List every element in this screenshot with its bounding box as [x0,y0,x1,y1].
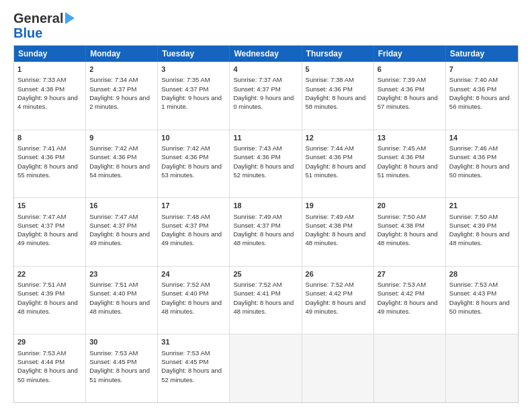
sunset-8: Sunset: 4:36 PM [17,153,64,161]
daylight-label-18: Daylight: 8 hours and 48 minutes. [233,230,294,246]
sunrise-23: Sunrise: 7:51 AM [89,281,138,288]
sunrise-17: Sunrise: 7:48 AM [161,213,210,220]
calendar-row-4: 29Sunrise: 7:53 AMSunset: 4:44 PMDayligh… [14,334,518,402]
sunrise-10: Sunrise: 7:42 AM [161,144,210,152]
day-number-19: 19 [306,201,370,211]
logo: General Blue [13,11,75,40]
page: General Blue SundayMondayTuesdayWednesda… [0,0,532,411]
sunset-19: Sunset: 4:38 PM [306,222,353,229]
sunset-29: Sunset: 4:44 PM [17,358,64,365]
daylight-label-29: Daylight: 8 hours and 50 minutes. [17,367,78,383]
header: General Blue [13,11,519,40]
sunset-17: Sunset: 4:37 PM [161,222,208,229]
day-cell-24: 24Sunrise: 7:52 AMSunset: 4:40 PMDayligh… [158,267,230,334]
daylight-label-2: Daylight: 9 hours and 2 minutes. [89,94,150,110]
sunrise-22: Sunrise: 7:51 AM [17,281,66,288]
sunrise-27: Sunrise: 7:53 AM [378,281,426,288]
header-day-thursday: Thursday [302,46,374,62]
sunset-6: Sunset: 4:36 PM [378,85,425,93]
header-day-tuesday: Tuesday [158,46,230,62]
empty-cell-4-3 [230,334,302,402]
day-cell-31: 31Sunrise: 7:53 AMSunset: 4:45 PMDayligh… [158,334,230,402]
sunrise-16: Sunrise: 7:47 AM [89,213,138,220]
day-number-1: 1 [17,64,82,75]
day-number-23: 23 [89,269,154,279]
day-cell-5: 5Sunrise: 7:38 AMSunset: 4:36 PMDaylight… [302,62,374,130]
sunrise-20: Sunrise: 7:50 AM [378,213,426,220]
header-day-wednesday: Wednesday [230,46,302,62]
day-cell-15: 15Sunrise: 7:47 AMSunset: 4:37 PMDayligh… [14,198,86,266]
day-cell-4: 4Sunrise: 7:37 AMSunset: 4:37 PMDaylight… [230,62,302,130]
day-cell-14: 14Sunrise: 7:46 AMSunset: 4:36 PMDayligh… [446,130,518,198]
sunset-12: Sunset: 4:36 PM [306,153,353,161]
daylight-label-4: Daylight: 9 hours and 0 minutes. [233,94,294,110]
daylight-label-5: Daylight: 8 hours and 58 minutes. [306,94,366,110]
day-cell-16: 16Sunrise: 7:47 AMSunset: 4:37 PMDayligh… [86,198,158,266]
logo-arrow-icon [65,12,75,24]
sunrise-12: Sunrise: 7:44 AM [306,144,354,152]
day-number-20: 20 [378,201,442,211]
day-cell-7: 7Sunrise: 7:40 AMSunset: 4:36 PMDaylight… [446,62,518,130]
day-cell-17: 17Sunrise: 7:48 AMSunset: 4:37 PMDayligh… [158,198,230,266]
calendar-header: SundayMondayTuesdayWednesdayThursdayFrid… [14,46,518,62]
sunrise-30: Sunrise: 7:53 AM [89,349,138,357]
day-cell-18: 18Sunrise: 7:49 AMSunset: 4:37 PMDayligh… [230,198,302,266]
sunset-28: Sunset: 4:43 PM [449,289,496,297]
sunset-9: Sunset: 4:36 PM [89,153,136,161]
day-number-12: 12 [306,133,370,143]
header-day-sunday: Sunday [14,46,86,62]
daylight-label-25: Daylight: 8 hours and 48 minutes. [233,299,294,315]
sunset-22: Sunset: 4:39 PM [17,289,64,297]
day-number-13: 13 [378,133,442,143]
sunset-24: Sunset: 4:40 PM [161,289,208,297]
daylight-label-14: Daylight: 8 hours and 50 minutes. [449,163,510,179]
sunset-13: Sunset: 4:36 PM [378,153,425,161]
calendar-row-0: 1Sunrise: 7:33 AMSunset: 4:38 PMDaylight… [14,62,518,130]
sunrise-4: Sunrise: 7:37 AM [233,76,281,83]
day-number-14: 14 [449,133,515,143]
day-cell-3: 3Sunrise: 7:35 AMSunset: 4:37 PMDaylight… [158,62,230,130]
day-number-2: 2 [89,64,154,75]
day-number-4: 4 [233,64,298,75]
sunset-18: Sunset: 4:37 PM [233,222,280,229]
daylight-label-24: Daylight: 8 hours and 48 minutes. [161,299,222,315]
day-cell-6: 6Sunrise: 7:39 AMSunset: 4:36 PMDaylight… [374,62,446,130]
day-number-15: 15 [17,201,82,211]
daylight-label-8: Daylight: 8 hours and 55 minutes. [17,163,78,179]
day-number-9: 9 [89,133,154,143]
day-cell-26: 26Sunrise: 7:52 AMSunset: 4:42 PMDayligh… [302,267,374,334]
sunrise-15: Sunrise: 7:47 AM [17,213,66,220]
day-cell-12: 12Sunrise: 7:44 AMSunset: 4:36 PMDayligh… [302,130,374,198]
day-number-10: 10 [161,133,226,143]
empty-cell-4-6 [446,334,518,402]
daylight-label-31: Daylight: 8 hours and 52 minutes. [161,367,222,383]
sunset-23: Sunset: 4:40 PM [89,289,136,297]
day-number-21: 21 [449,201,515,211]
daylight-label-6: Daylight: 8 hours and 57 minutes. [378,94,438,110]
daylight-label-15: Daylight: 8 hours and 49 minutes. [17,230,78,246]
day-number-11: 11 [233,133,298,143]
calendar-body: 1Sunrise: 7:33 AMSunset: 4:38 PMDaylight… [14,62,518,402]
sunset-15: Sunset: 4:37 PM [17,222,64,229]
daylight-label-11: Daylight: 8 hours and 52 minutes. [233,163,294,179]
empty-cell-4-5 [374,334,446,402]
sunrise-1: Sunrise: 7:33 AM [17,76,66,83]
header-day-friday: Friday [374,46,446,62]
day-number-27: 27 [378,269,442,279]
sunrise-8: Sunrise: 7:41 AM [17,144,66,152]
daylight-label-10: Daylight: 8 hours and 53 minutes. [161,163,222,179]
calendar-row-3: 22Sunrise: 7:51 AMSunset: 4:39 PMDayligh… [14,266,518,334]
day-number-18: 18 [233,201,298,211]
daylight-label-16: Daylight: 8 hours and 49 minutes. [89,230,150,246]
sunset-2: Sunset: 4:37 PM [89,85,136,93]
sunset-21: Sunset: 4:39 PM [449,222,496,229]
sunrise-31: Sunrise: 7:53 AM [161,349,210,357]
sunset-14: Sunset: 4:36 PM [449,153,496,161]
sunset-5: Sunset: 4:36 PM [306,85,353,93]
sunrise-11: Sunrise: 7:43 AM [233,144,281,152]
sunset-30: Sunset: 4:45 PM [89,358,136,365]
sunrise-2: Sunrise: 7:34 AM [89,76,138,83]
logo-text-blue: Blue [13,26,42,40]
sunset-11: Sunset: 4:36 PM [233,153,280,161]
sunrise-28: Sunrise: 7:53 AM [449,281,498,288]
